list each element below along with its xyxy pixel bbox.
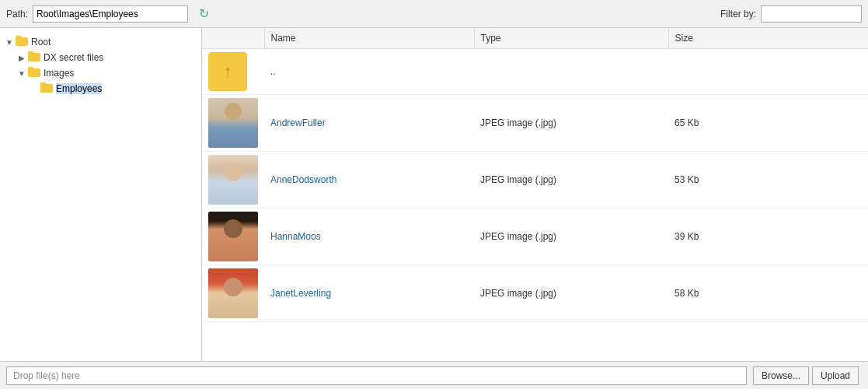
tree-label-root: Root [31,37,51,47]
person-thumbnail [208,155,258,205]
tree-item-dx[interactable]: ▶ DX secret files [16,50,198,65]
person-thumbnail [208,268,258,318]
dx-toggle[interactable]: ▶ [16,54,28,62]
path-bar: Path: ↻ Filter by: [0,0,868,28]
table-row[interactable]: AndrewFullerJPEG image (.jpg)65 Kb [202,95,868,152]
col-header-type: Type [474,28,668,49]
tree-label-dx: DX secret files [44,52,103,63]
name-cell[interactable]: AnneDodsworth [264,152,474,209]
file-table: Name Type Size ..AndrewFullerJPEG image … [202,28,868,322]
main-layout: ▼ Root ▶ DX secret files ▼ Images [0,28,868,361]
filter-label: Filter by: [720,9,756,19]
size-cell: 65 Kb [668,95,868,152]
tree-label-images: Images [44,68,74,79]
size-cell: 58 Kb [668,265,868,322]
bottom-bar: Drop file(s) here Browse... Upload [0,361,868,389]
thumbnail-cell [202,265,264,322]
images-folder-icon [28,67,40,79]
type-cell: JPEG image (.jpg) [474,152,668,209]
type-cell: JPEG image (.jpg) [474,209,668,265]
path-label: Path: [6,9,28,19]
type-cell [474,49,668,95]
col-header-name: Name [264,28,474,49]
type-cell: JPEG image (.jpg) [474,95,668,152]
person-thumbnail [208,212,258,261]
browse-button[interactable]: Browse... [753,366,809,385]
thumbnail-cell [202,49,264,95]
path-input[interactable] [33,5,188,23]
thumbnail-cell [202,152,264,209]
table-row[interactable]: .. [202,49,868,95]
root-folder-icon [16,36,28,48]
filter-section: Filter by: [720,5,862,23]
table-row[interactable]: AnneDodsworthJPEG image (.jpg)53 Kb [202,152,868,209]
size-cell [668,49,868,95]
upload-button[interactable]: Upload [812,366,859,385]
thumbnail-cell [202,95,264,152]
type-cell: JPEG image (.jpg) [474,265,668,322]
col-header-thumb [202,28,264,49]
name-cell[interactable]: .. [264,49,474,95]
refresh-button[interactable]: ↻ [196,6,212,21]
table-row[interactable]: HannaMoosJPEG image (.jpg)39 Kb [202,209,868,265]
employees-toggle [28,85,40,93]
employees-folder-icon [40,82,53,95]
tree-item-root[interactable]: ▼ Root [3,34,198,50]
size-cell: 53 Kb [668,152,868,209]
dx-folder-icon [28,51,40,64]
col-header-size: Size [668,28,868,49]
person-thumbnail [208,98,258,148]
images-children: Employees [28,81,198,96]
table-header-row: Name Type Size [202,28,868,49]
root-toggle[interactable]: ▼ [3,38,16,47]
thumbnail-cell [202,209,264,265]
sidebar-tree: ▼ Root ▶ DX secret files ▼ Images [0,28,202,361]
images-toggle[interactable]: ▼ [16,69,28,78]
size-cell: 39 Kb [668,209,868,265]
drop-label: Drop file(s) here [13,370,80,381]
name-cell[interactable]: HannaMoos [264,209,474,265]
filter-input[interactable] [761,5,862,23]
tree-item-employees[interactable]: Employees [28,81,198,96]
tree-item-images[interactable]: ▼ Images [16,65,198,81]
root-children: ▶ DX secret files ▼ Images [16,50,198,96]
file-list: Name Type Size ..AndrewFullerJPEG image … [202,28,868,361]
parent-folder-icon [208,52,247,91]
tree-label-employees: Employees [56,83,102,94]
name-cell[interactable]: JanetLeverling [264,265,474,322]
drop-zone[interactable]: Drop file(s) here [6,366,747,385]
name-cell[interactable]: AndrewFuller [264,95,474,152]
table-row[interactable]: JanetLeverlingJPEG image (.jpg)58 Kb [202,265,868,322]
